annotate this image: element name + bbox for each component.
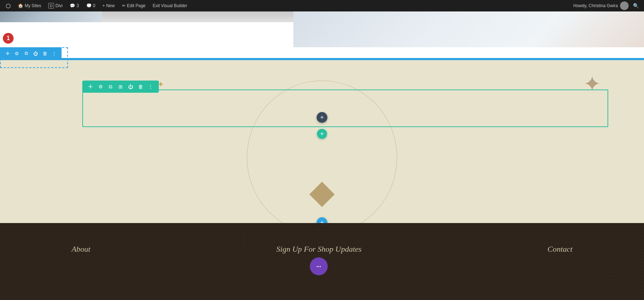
exit-builder-item[interactable]: Exit Visual Builder [150,3,190,9]
module-selection-box [82,89,608,127]
divi-item[interactable]: D Divi [45,2,65,9]
green-disable-btn[interactable]: ⏻ [127,83,135,91]
my-sites-item[interactable]: 🏠 My Sites [15,3,44,9]
row-toolbar-blue[interactable]: ✛ ⚙ ⧉ ⏻ 🗑 ⋮ [0,47,62,59]
section-star-accent: ✦ [157,80,164,89]
add-row-button[interactable]: + [317,129,327,139]
blue-clone-btn[interactable]: ⧉ [22,49,30,57]
footer-section: About Sign Up For Shop Updates Contact ✦ [0,223,644,300]
edit-page-item[interactable]: ✏ Edit Page [119,3,148,9]
purple-circle-button[interactable] [310,257,328,275]
user-greeting: Howdy, Christina Gwira [574,3,618,8]
footer-content: About Sign Up For Shop Updates Contact [0,223,644,300]
blue-delete-btn[interactable]: 🗑 [41,49,49,57]
blue-move-btn[interactable]: ✛ [4,49,11,57]
footer-about-link[interactable]: About [72,245,91,254]
badge-one: 1 [3,33,14,44]
wordpress-icon: ⬡ [6,3,11,9]
green-move-btn[interactable]: ✛ [87,83,94,91]
comments-pending-item[interactable]: 💭 0 [83,3,98,9]
green-delete-btn[interactable]: 🗑 [137,83,145,91]
top-image-right [293,11,644,47]
bubble-icon: 💭 [86,3,92,8]
add-section-button[interactable]: + [317,112,327,123]
home-icon: 🏠 [18,3,23,8]
avatar[interactable] [620,1,629,10]
footer-contact-link[interactable]: Contact [547,245,572,254]
green-settings-btn[interactable]: ⚙ [97,83,104,91]
comments-icon: 💬 [70,3,75,8]
green-clone-btn[interactable]: ⧉ [107,83,114,91]
footer-center: Sign Up For Shop Updates [276,245,361,275]
section-toolbar-green[interactable]: ✛ ⚙ ⧉ ⊞ ⏻ 🗑 ⋮ [82,81,159,93]
blue-settings-btn[interactable]: ⚙ [13,49,21,57]
wp-logo-item[interactable]: ⬡ [3,2,14,10]
new-item[interactable]: + New [99,3,117,9]
main-content: 1 ✛ ⚙ ⧉ ⏻ 🗑 ⋮ ✦ ✛ ⚙ ⧉ ⊞ ⏻ 🗑 ⋮ ✦ [0,11,644,300]
blue-border-line [0,58,644,59]
blue-top-border [0,59,644,60]
green-columns-btn[interactable]: ⊞ [117,83,125,91]
admin-bar: ⬡ 🏠 My Sites D Divi 💬 3 💭 0 + New ✏ Edit… [0,0,644,11]
pencil-icon: ✏ [122,3,126,8]
beige-section: ✦ ✛ ⚙ ⧉ ⊞ ⏻ 🗑 ⋮ ✦ + + + [0,59,644,223]
blue-more-btn[interactable]: ⋮ [50,49,58,57]
admin-bar-right: Howdy, Christina Gwira 🔍 [574,1,641,10]
top-image-left [0,11,102,22]
top-image-strip [0,11,644,22]
comments-item[interactable]: 💬 3 [67,3,82,9]
search-icon[interactable]: 🔍 [631,2,641,9]
blue-disable-btn[interactable]: ⏻ [31,49,39,57]
divi-icon: D [48,3,54,9]
green-more-btn[interactable]: ⋮ [147,83,155,91]
footer-signup-text: Sign Up For Shop Updates [276,245,361,254]
